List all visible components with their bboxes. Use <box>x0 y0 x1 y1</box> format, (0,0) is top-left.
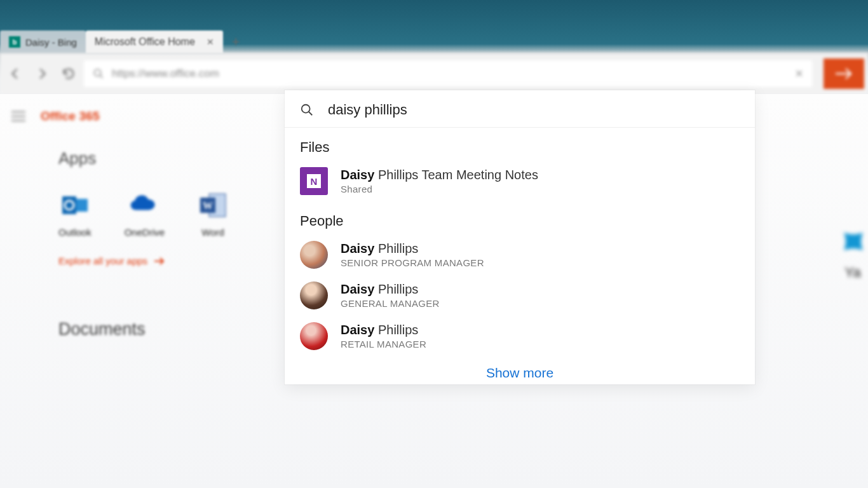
app-tile-word[interactable]: W Word <box>198 190 228 238</box>
person-result[interactable]: Daisy Phillips GENERAL MANAGER <box>285 275 755 316</box>
person-name: Daisy Phillips <box>341 323 426 337</box>
svg-rect-2 <box>76 199 88 212</box>
app-label: Outlook <box>58 227 92 238</box>
person-role: GENERAL MANAGER <box>341 298 440 309</box>
avatar <box>300 322 328 350</box>
files-group-title: Files <box>285 128 755 161</box>
svg-text:W: W <box>203 200 213 211</box>
search-icon <box>300 103 314 117</box>
search-icon <box>93 68 104 79</box>
plus-icon: + <box>232 34 240 50</box>
brand-label: Office 365 <box>41 109 100 123</box>
outlook-icon <box>60 190 90 220</box>
person-role: RETAIL MANAGER <box>341 339 426 349</box>
forward-button[interactable] <box>31 62 53 85</box>
tab-label: Daisy - Bing <box>25 37 77 48</box>
back-button[interactable] <box>4 62 27 85</box>
avatar <box>300 281 328 309</box>
person-name: Daisy Phillips <box>341 282 440 297</box>
clear-icon[interactable]: × <box>795 65 803 82</box>
explore-label: Explore all your apps <box>58 255 147 266</box>
person-result[interactable]: Daisy Phillips SENIOR PROGRAM MANAGER <box>285 234 755 275</box>
app-label: Word <box>201 227 224 238</box>
person-role: SENIOR PROGRAM MANAGER <box>341 257 484 268</box>
bing-favicon-icon: b <box>9 36 20 48</box>
file-subtitle: Shared <box>341 184 538 194</box>
apps-row: Outlook OneDrive W Word <box>58 190 228 238</box>
avatar <box>300 241 328 269</box>
show-more-link[interactable]: Show more <box>285 356 755 384</box>
word-icon: W <box>198 190 228 220</box>
search-input[interactable] <box>328 102 740 118</box>
onenote-icon <box>300 167 328 195</box>
people-group-title: People <box>285 201 755 234</box>
arrow-right-icon <box>154 257 165 265</box>
address-text: https://www.office.com <box>112 67 787 80</box>
search-panel: Files Daisy Phillips Team Meeting Notes … <box>285 90 755 384</box>
address-bar[interactable]: https://www.office.com × <box>84 60 812 87</box>
svg-point-8 <box>302 105 310 113</box>
file-result[interactable]: Daisy Phillips Team Meeting Notes Shared <box>285 161 755 201</box>
tab-label: Microsoft Office Home <box>95 36 195 48</box>
new-tab-button[interactable]: + <box>223 30 246 53</box>
browser-tab-strip: b Daisy - Bing Microsoft Office Home ✕ + <box>0 0 868 53</box>
svg-point-0 <box>94 69 101 76</box>
yammer-icon <box>837 227 868 255</box>
file-title: Daisy Phillips Team Meeting Notes <box>341 168 538 182</box>
left-column: Apps Outlook OneDrive W Word <box>58 149 228 361</box>
browser-tab-office[interactable]: Microsoft Office Home ✕ <box>86 30 223 53</box>
person-result[interactable]: Daisy Phillips RETAIL MANAGER <box>285 316 755 356</box>
hamburger-icon[interactable] <box>11 111 25 121</box>
app-tile-outlook[interactable]: Outlook <box>58 190 92 238</box>
person-name: Daisy Phillips <box>341 241 484 256</box>
right-peek-app[interactable]: Ya <box>834 227 868 336</box>
app-tile-onedrive[interactable]: OneDrive <box>125 190 165 238</box>
page-body: Office 365 Apps Outlook OneDrive W Wor <box>0 94 868 488</box>
apps-heading: Apps <box>58 149 228 168</box>
right-peek-label: Ya <box>844 264 860 281</box>
go-button[interactable] <box>824 58 864 89</box>
app-label: OneDrive <box>125 227 165 238</box>
documents-heading: Documents <box>58 320 228 339</box>
explore-apps-link[interactable]: Explore all your apps <box>58 255 228 266</box>
browser-toolbar: https://www.office.com × <box>0 53 868 94</box>
search-row <box>285 90 755 128</box>
close-icon[interactable]: ✕ <box>207 37 214 47</box>
refresh-button[interactable] <box>57 62 80 85</box>
onedrive-icon <box>129 190 159 220</box>
browser-tab-bing[interactable]: b Daisy - Bing <box>0 30 86 53</box>
